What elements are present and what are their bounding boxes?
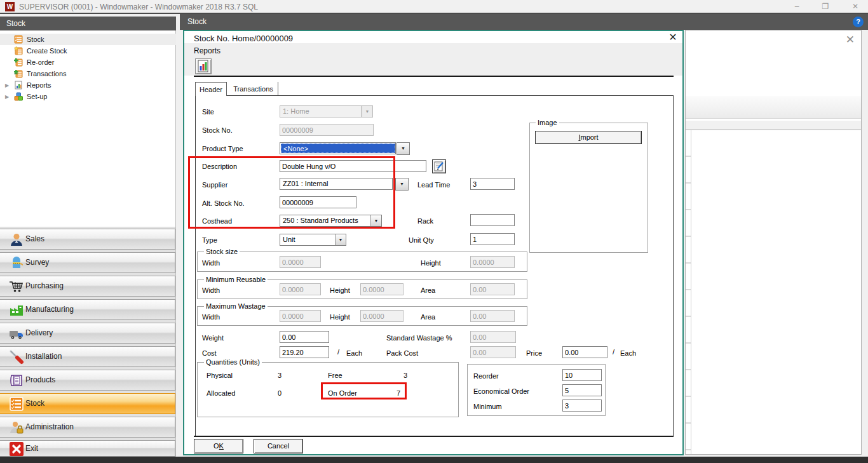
on-order-value: 7 — [397, 389, 400, 398]
supplier-combo[interactable]: ZZ01 : Internal — [280, 178, 393, 190]
report-chart-button[interactable] — [195, 58, 212, 74]
module-button-installation[interactable]: Installation — [0, 346, 175, 367]
minimum-reusable-group-title: Minimum Reusable — [204, 276, 268, 283]
stock-tree: Stock Create Stock Re-order Transactions… — [0, 30, 176, 227]
expand-arrow-icon[interactable]: ▶ — [5, 80, 9, 91]
restore-icon[interactable]: ❐ — [815, 0, 836, 13]
module-button-stock[interactable]: Stock — [0, 393, 175, 414]
type-combo[interactable]: Unit ▼ — [280, 234, 346, 246]
chevron-down-icon[interactable]: ▼ — [395, 178, 409, 191]
reorder-icon — [14, 58, 23, 67]
tree-item-create-stock[interactable]: Create Stock — [0, 45, 176, 57]
edit-description-button[interactable] — [432, 159, 446, 173]
product-type-combo[interactable]: <None> — [280, 142, 396, 154]
module-button-delivery[interactable]: Delivery — [0, 323, 175, 344]
chevron-down-icon[interactable]: ▼ — [397, 142, 410, 155]
vertical-scrollbar[interactable] — [686, 130, 691, 454]
minimize-icon[interactable]: – — [787, 0, 807, 13]
allocated-value: 0 — [278, 389, 281, 398]
min-reusable-width-field[interactable] — [280, 283, 321, 295]
administration-icon — [9, 420, 24, 435]
close-icon[interactable]: ✕ — [846, 34, 855, 45]
image-group-title: Image — [536, 119, 559, 126]
site-combo[interactable]: 1: Home ▼ — [280, 105, 373, 117]
module-button-administration[interactable]: Administration — [0, 417, 175, 438]
reorder-field[interactable] — [562, 369, 602, 381]
lead-time-label: Lead Time — [417, 181, 450, 189]
lead-time-field[interactable] — [470, 178, 515, 190]
expand-arrow-icon[interactable]: ▶ — [5, 91, 9, 103]
app-titlebar: W SUPERVISOR (0001) - Windowmaker - Wind… — [0, 0, 868, 14]
module-button-manufacturing[interactable]: Manufacturing — [0, 299, 175, 320]
pack-cost-field[interactable] — [470, 346, 516, 358]
stock-size-height-field[interactable] — [470, 256, 515, 268]
tree-item-transactions[interactable]: Transactions — [0, 68, 176, 79]
min-reusable-height-field[interactable] — [360, 283, 403, 295]
unit-qty-field[interactable] — [470, 233, 515, 245]
module-label: Delivery — [25, 323, 53, 343]
allocated-label: Allocated — [207, 389, 235, 398]
tab-transactions[interactable]: Transactions — [229, 82, 278, 96]
tab-header[interactable]: Header — [195, 82, 227, 96]
close-icon[interactable]: ✕ — [845, 0, 865, 13]
alt-stock-no-field[interactable] — [280, 196, 356, 208]
menu-reports[interactable]: Reports — [194, 46, 220, 55]
import-button[interactable]: Import — [535, 131, 642, 144]
ok-button[interactable]: OK — [194, 439, 243, 453]
maximum-wastage-group-title: Maximum Wastage — [204, 302, 268, 310]
module-label: Products — [25, 370, 55, 390]
help-icon[interactable]: ? — [853, 17, 864, 27]
products-book-icon — [9, 373, 24, 388]
tree-item-re-order[interactable]: Re-order — [0, 57, 176, 68]
tree-item-reports[interactable]: ▶ Reports — [0, 79, 176, 91]
chevron-down-icon[interactable]: ▼ — [370, 215, 381, 226]
min-reusable-area-field[interactable] — [470, 283, 515, 295]
chevron-down-icon[interactable]: ▼ — [335, 234, 346, 245]
site-label: Site — [202, 108, 214, 116]
background-window: ✕ — [685, 30, 862, 455]
close-icon[interactable]: ✕ — [666, 30, 680, 44]
module-button-exit[interactable]: Exit — [0, 440, 175, 457]
tab-page-right-edge — [673, 95, 674, 436]
tree-item-set-up[interactable]: ▶ Set-up — [0, 91, 176, 102]
cancel-button[interactable]: Cancel — [254, 439, 303, 453]
std-wastage-field[interactable] — [470, 331, 516, 343]
delivery-truck-icon — [9, 326, 24, 341]
economical-order-field[interactable] — [562, 384, 602, 396]
stock-size-width-field[interactable] — [280, 256, 321, 268]
min-reusable-area-label: Area — [421, 286, 435, 295]
module-button-survey[interactable]: Survey — [0, 252, 175, 273]
exit-icon — [9, 441, 24, 457]
max-wastage-height-field[interactable] — [360, 310, 403, 322]
minimum-field[interactable] — [562, 399, 602, 412]
tree-item-stock[interactable]: Stock — [0, 34, 176, 45]
type-value: Unit — [281, 235, 334, 245]
weight-field[interactable] — [280, 331, 329, 343]
background-window-header-row — [686, 121, 861, 130]
application-window: W SUPERVISOR (0001) - Windowmaker - Wind… — [0, 0, 868, 463]
max-wastage-width-field[interactable] — [280, 310, 321, 322]
stock-list-icon — [14, 35, 23, 44]
price-field[interactable] — [562, 346, 607, 358]
module-button-purchasing[interactable]: Purchasing — [0, 276, 175, 297]
module-label: Installation — [25, 347, 62, 366]
cost-field[interactable] — [280, 346, 329, 358]
costhead-combo[interactable]: 250 : Standard Products ▼ — [280, 215, 382, 227]
max-wastage-area-field[interactable] — [470, 310, 515, 322]
weight-label: Weight — [202, 334, 224, 342]
stock-no-label: Stock No. — [202, 126, 233, 135]
stock-size-group-title: Stock size — [204, 248, 240, 255]
min-reusable-width-label: Width — [202, 286, 220, 295]
create-stock-icon — [14, 46, 23, 55]
module-button-sales[interactable]: Sales — [0, 229, 175, 250]
mdi-window-titlebar: Stock ? — [180, 14, 868, 30]
module-button-products[interactable]: Products — [0, 370, 175, 391]
description-field[interactable] — [280, 160, 426, 172]
module-label: Survey — [25, 253, 49, 272]
chevron-down-icon[interactable]: ▼ — [362, 106, 372, 117]
product-type-label: Product Type — [202, 145, 243, 153]
free-label: Free — [328, 372, 342, 380]
supplier-label: Supplier — [202, 181, 227, 189]
rack-field[interactable] — [470, 214, 515, 226]
stock-no-field[interactable] — [280, 124, 374, 136]
